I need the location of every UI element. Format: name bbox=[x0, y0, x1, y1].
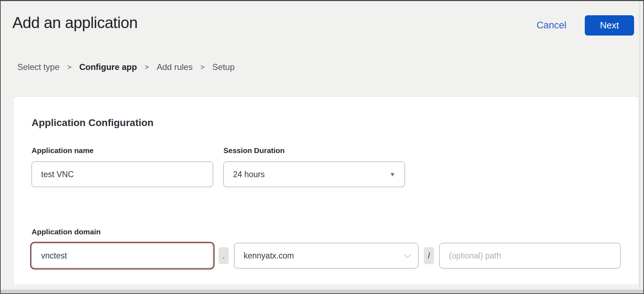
dot-separator: . bbox=[218, 247, 229, 264]
domain-select-value: kennyatx.com bbox=[244, 251, 294, 261]
window-bottom-edge bbox=[1, 290, 643, 293]
application-domain-field-group: Application domain . kennyatx.com / bbox=[32, 228, 621, 268]
step-add-rules[interactable]: Add rules bbox=[157, 62, 193, 72]
step-configure-app[interactable]: Configure app bbox=[79, 62, 137, 72]
header-actions: Cancel Next bbox=[537, 15, 634, 36]
application-name-input[interactable] bbox=[32, 162, 213, 187]
breadcrumb: Select type > Configure app > Add rules … bbox=[17, 62, 643, 72]
add-application-page: Add an application Cancel Next Select ty… bbox=[0, 0, 644, 294]
vertical-scrollbar[interactable] bbox=[639, 1, 643, 290]
application-domain-row: . kennyatx.com / bbox=[32, 243, 621, 268]
subdomain-input[interactable] bbox=[32, 243, 213, 268]
breadcrumb-separator: > bbox=[67, 63, 72, 71]
session-duration-label: Session Duration bbox=[223, 146, 405, 155]
cancel-button[interactable]: Cancel bbox=[537, 20, 566, 31]
chevron-down-icon bbox=[404, 251, 411, 258]
session-duration-value: 24 hours bbox=[233, 170, 265, 179]
slash-separator: / bbox=[424, 247, 434, 264]
next-button[interactable]: Next bbox=[585, 15, 634, 36]
caret-down-icon: ▼ bbox=[389, 172, 395, 178]
breadcrumb-separator: > bbox=[200, 63, 205, 71]
domain-select[interactable]: kennyatx.com bbox=[234, 243, 418, 268]
breadcrumb-separator: > bbox=[145, 63, 149, 71]
application-name-label: Application name bbox=[32, 146, 213, 155]
application-domain-label: Application domain bbox=[32, 228, 621, 236]
subdomain-input-wrap bbox=[32, 243, 213, 268]
name-duration-row: Application name Session Duration 24 hou… bbox=[32, 146, 621, 187]
step-setup[interactable]: Setup bbox=[212, 62, 235, 72]
path-input[interactable] bbox=[439, 243, 621, 268]
session-duration-select[interactable]: 24 hours ▼ bbox=[223, 162, 405, 187]
session-duration-field-group: Session Duration 24 hours ▼ bbox=[223, 146, 405, 187]
section-title: Application Configuration bbox=[32, 117, 621, 129]
application-configuration-card: Application Configuration Application na… bbox=[13, 96, 639, 284]
step-select-type[interactable]: Select type bbox=[17, 62, 60, 72]
page-header: Add an application Cancel Next bbox=[1, 1, 643, 32]
application-name-field-group: Application name bbox=[32, 146, 213, 187]
